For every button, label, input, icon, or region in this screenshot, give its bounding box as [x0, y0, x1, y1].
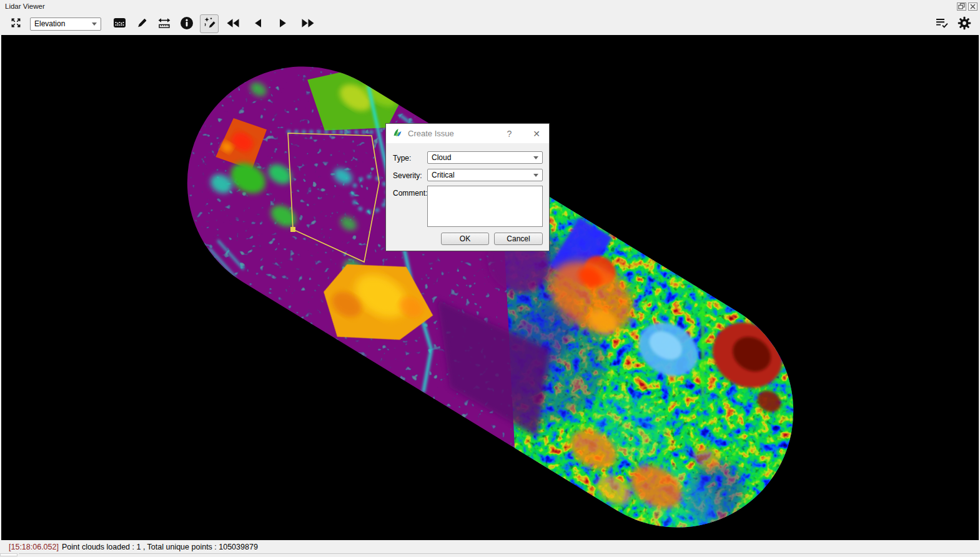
list-check-icon: [935, 17, 949, 31]
comment-input[interactable]: [427, 186, 543, 227]
issue-list-button[interactable]: [933, 14, 951, 33]
window-controls: [957, 3, 978, 11]
right-triangle-icon: [278, 18, 288, 30]
magic-pen-icon: [203, 16, 216, 31]
step-back-button[interactable]: [247, 14, 269, 33]
create-issue-dialog: Create Issue ? ✕ Type: Cloud Severity: C…: [385, 123, 550, 251]
type-select[interactable]: Cloud: [427, 151, 543, 164]
severity-select[interactable]: Critical: [427, 169, 543, 181]
texture-grid-icon: [113, 17, 126, 31]
draw-button[interactable]: [132, 14, 151, 33]
scrollbar-groove: [19, 553, 980, 554]
window-title: Lidar Viewer: [5, 3, 45, 10]
measure-arrow-ruler-icon: [157, 17, 172, 31]
annotate-button[interactable]: [200, 14, 219, 33]
colormap-select[interactable]: Elevation: [30, 18, 101, 31]
scrollbar-thumb[interactable]: [0, 553, 17, 556]
double-right-triangles-icon: [300, 18, 315, 30]
comment-label: Comment:: [393, 189, 427, 198]
cancel-button[interactable]: Cancel: [494, 233, 543, 245]
type-value: Cloud: [432, 153, 451, 162]
texture-map-button[interactable]: [110, 14, 129, 33]
severity-label: Severity:: [393, 171, 422, 180]
pencil-icon: [136, 17, 148, 31]
measure-button[interactable]: [155, 14, 174, 33]
dialog-title: Create Issue: [408, 129, 454, 138]
dialog-titlebar[interactable]: Create Issue ? ✕: [386, 124, 549, 143]
colormap-value: Elevation: [34, 19, 65, 28]
fit-view-button[interactable]: [6, 14, 25, 33]
issue-annotation-handle[interactable]: [290, 227, 295, 232]
gear-icon: [958, 16, 971, 32]
viewport[interactable]: Create Issue ? ✕ Type: Cloud Severity: C…: [1, 35, 979, 540]
toolbar: Elevation: [0, 12, 980, 36]
chevron-down-icon: [533, 174, 538, 177]
status-message: Point clouds loaded : 1 , Total unique p…: [62, 543, 258, 551]
expand-arrows-icon: [11, 18, 21, 30]
app-logo-icon: [392, 128, 403, 139]
point-cloud-canvas[interactable]: [1, 35, 979, 540]
chevron-down-icon: [92, 23, 97, 26]
app-window: Lidar Viewer Elevation: [0, 0, 980, 557]
chevron-down-icon: [533, 156, 538, 159]
double-left-triangles-icon: [225, 18, 240, 30]
dialog-close-icon[interactable]: ✕: [533, 129, 540, 139]
settings-button[interactable]: [955, 14, 974, 33]
rewind-button[interactable]: [222, 14, 244, 33]
status-bar: [15:18:06.052]Point clouds loaded : 1 , …: [0, 540, 980, 557]
play-button[interactable]: [272, 14, 294, 33]
titlebar: Lidar Viewer: [0, 0, 980, 12]
left-triangle-icon: [253, 18, 263, 30]
info-circle-icon: [180, 16, 194, 32]
dialog-help-button[interactable]: ?: [507, 129, 512, 139]
fast-forward-button[interactable]: [297, 14, 319, 33]
ok-button[interactable]: OK: [441, 233, 489, 245]
horizontal-scrollbar[interactable]: [0, 553, 980, 557]
type-label: Type:: [393, 154, 411, 163]
severity-value: Critical: [432, 171, 455, 179]
status-timestamp: [15:18:06.052]: [9, 543, 59, 551]
elevation-heatmap-capsule: [143, 35, 847, 540]
info-button[interactable]: [177, 14, 196, 33]
restore-window-icon[interactable]: [957, 3, 966, 11]
close-window-icon[interactable]: [968, 3, 978, 11]
